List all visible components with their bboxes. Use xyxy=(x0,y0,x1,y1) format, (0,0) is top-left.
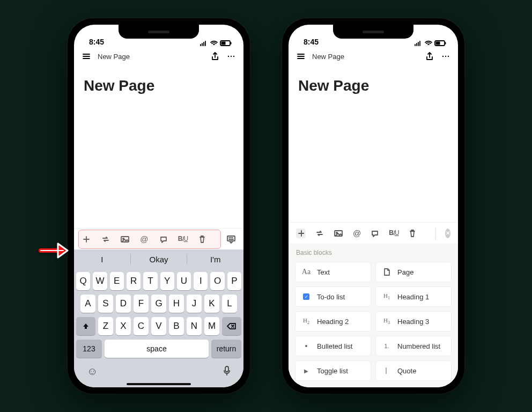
key-f[interactable]: F xyxy=(134,295,149,313)
phone-notch xyxy=(333,25,413,39)
block-option-to-do-list[interactable]: ✓To-do list xyxy=(295,286,371,307)
block-icon: H3 xyxy=(381,317,392,325)
block-label: Bulleted list xyxy=(317,342,352,350)
space-key[interactable]: space xyxy=(105,340,209,358)
return-key[interactable]: return xyxy=(211,340,241,358)
share-icon[interactable] xyxy=(210,52,220,61)
block-option-heading-1[interactable]: H1Heading 1 xyxy=(375,286,452,307)
block-option-bulleted-list[interactable]: •Bulleted list xyxy=(295,336,371,356)
status-time: 8:45 xyxy=(304,38,319,46)
close-picker-button[interactable]: ✕ xyxy=(445,229,450,238)
block-icon xyxy=(381,367,392,374)
block-label: Heading 2 xyxy=(317,318,349,326)
text-style-button[interactable]: BIU xyxy=(389,229,398,237)
key-h[interactable]: H xyxy=(169,295,184,313)
more-icon[interactable] xyxy=(226,52,236,61)
key-u[interactable]: U xyxy=(177,272,191,290)
shift-key[interactable] xyxy=(76,317,95,335)
ios-keyboard: QWERTYUIOP ASDFGHJKL ZXCVBNM 123 space r… xyxy=(74,269,243,387)
block-label: Toggle list xyxy=(317,367,348,375)
more-icon[interactable] xyxy=(441,52,450,61)
block-option-page[interactable]: Page xyxy=(375,262,452,282)
block-option-heading-3[interactable]: H3Heading 3 xyxy=(375,311,452,332)
suggestion-1[interactable]: I xyxy=(74,255,130,264)
comment-button[interactable] xyxy=(371,229,379,238)
page-title[interactable]: New Page xyxy=(298,77,448,94)
key-z[interactable]: Z xyxy=(98,317,113,335)
share-icon[interactable] xyxy=(425,52,434,61)
emoji-key[interactable]: ☺ xyxy=(87,365,98,379)
key-l[interactable]: L xyxy=(222,295,237,313)
image-button[interactable] xyxy=(334,229,343,238)
svg-point-17 xyxy=(336,232,337,233)
key-b[interactable]: B xyxy=(169,317,184,335)
key-r[interactable]: R xyxy=(127,272,141,290)
key-q[interactable]: Q xyxy=(76,272,90,290)
app-header: New Page xyxy=(74,47,243,65)
key-k[interactable]: K xyxy=(204,295,219,313)
phone-mock-right: 8:45 New Page New Page @ BIU xyxy=(282,18,464,394)
key-i[interactable]: I xyxy=(194,272,208,290)
hamburger-icon[interactable] xyxy=(296,52,306,61)
svg-point-3 xyxy=(228,56,229,57)
key-row-1: QWERTYUIOP xyxy=(76,272,241,290)
image-button[interactable] xyxy=(120,234,130,244)
mention-button[interactable]: @ xyxy=(353,229,361,238)
text-style-button[interactable]: BIU xyxy=(178,235,188,243)
header-breadcrumb[interactable]: New Page xyxy=(312,53,418,61)
key-v[interactable]: V xyxy=(151,317,166,335)
key-o[interactable]: O xyxy=(210,272,224,290)
block-label: Quote xyxy=(397,367,416,375)
key-y[interactable]: Y xyxy=(160,272,174,290)
key-d[interactable]: D xyxy=(116,295,131,313)
block-option-numbered-list[interactable]: 1.Numbered list xyxy=(375,336,452,356)
block-icon: Aa xyxy=(301,268,312,276)
page-content[interactable]: New Page xyxy=(74,65,243,228)
key-s[interactable]: S xyxy=(98,295,113,313)
block-option-quote[interactable]: Quote xyxy=(375,360,452,381)
block-icon xyxy=(381,268,392,276)
editor-toolbar: @ BIU ✕ xyxy=(289,222,458,244)
block-option-heading-2[interactable]: H2Heading 2 xyxy=(295,311,371,332)
key-a[interactable]: A xyxy=(80,295,95,313)
page-content[interactable]: New Page xyxy=(289,65,458,222)
hide-keyboard-button[interactable] xyxy=(226,234,236,244)
backspace-key[interactable] xyxy=(222,317,241,335)
key-m[interactable]: M xyxy=(204,317,219,335)
suggestion-3[interactable]: I'm xyxy=(187,255,243,264)
delete-button[interactable] xyxy=(197,234,207,244)
home-indicator xyxy=(127,383,191,385)
block-grid: AaTextPage✓To-do listH1Heading 1H2Headin… xyxy=(295,262,452,381)
key-g[interactable]: G xyxy=(151,295,166,313)
block-icon: ✓ xyxy=(301,293,312,300)
key-n[interactable]: N xyxy=(187,317,202,335)
block-option-text[interactable]: AaText xyxy=(295,262,371,282)
key-e[interactable]: E xyxy=(110,272,124,290)
key-j[interactable]: J xyxy=(187,295,202,313)
callout-arrow-icon xyxy=(39,240,70,261)
key-row-2: ASDFGHJKL xyxy=(76,295,241,313)
key-t[interactable]: T xyxy=(143,272,157,290)
battery-icon xyxy=(220,40,232,46)
key-c[interactable]: C xyxy=(134,317,149,335)
numbers-key[interactable]: 123 xyxy=(76,340,102,358)
suggestion-2[interactable]: Okay xyxy=(131,255,187,264)
page-title[interactable]: New Page xyxy=(84,77,234,94)
convert-block-button[interactable] xyxy=(315,229,324,238)
convert-block-button[interactable] xyxy=(101,234,110,244)
comment-button[interactable] xyxy=(159,234,168,244)
key-p[interactable]: P xyxy=(227,272,241,290)
add-block-button[interactable] xyxy=(82,234,91,244)
key-x[interactable]: X xyxy=(116,317,131,335)
header-breadcrumb[interactable]: New Page xyxy=(98,53,204,61)
delete-button[interactable] xyxy=(409,229,416,238)
block-option-toggle-list[interactable]: ▶Toggle list xyxy=(295,360,371,381)
dictation-key[interactable] xyxy=(223,365,231,379)
mention-button[interactable]: @ xyxy=(139,234,149,244)
svg-rect-1 xyxy=(231,42,232,45)
battery-icon xyxy=(434,40,446,46)
hamburger-icon[interactable] xyxy=(82,52,91,61)
app-header: New Page xyxy=(289,47,458,65)
key-w[interactable]: W xyxy=(93,272,107,290)
add-block-button[interactable] xyxy=(296,229,306,238)
